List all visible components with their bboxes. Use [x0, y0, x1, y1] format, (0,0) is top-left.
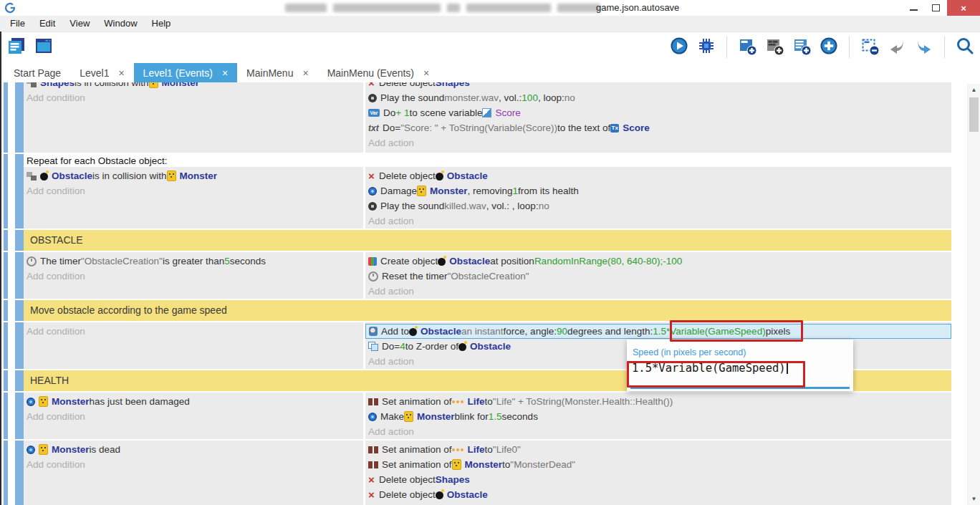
search-button[interactable] [954, 37, 976, 58]
action-line[interactable]: Set animation of Life to "Life0" [365, 442, 951, 457]
sentence-text: Life [468, 396, 485, 407]
sentence-text: Obstacle [447, 170, 488, 181]
action-line[interactable]: Make Monster blink for 1.5 seconds [365, 409, 951, 424]
sentence-text: Make [380, 411, 404, 422]
event-row: The timer "ObstacleCreation" is greater … [0, 252, 968, 299]
banner-obstacle[interactable]: OBSTACLE [24, 230, 951, 251]
repeat-event-header[interactable]: Repeat for each Obstacle object: [24, 154, 951, 167]
sentence-text: no [565, 92, 575, 103]
condition-line[interactable]: Monster is dead [24, 442, 363, 457]
timer-icon [27, 256, 37, 266]
sentence-text: Obstacle [52, 170, 92, 181]
action-line[interactable]: Set animation of Life to "Life" + ToStri… [365, 394, 951, 409]
add-condition-button[interactable]: Add condition [24, 90, 363, 105]
action-line[interactable]: Set animation of Monster to "MonsterDead… [365, 457, 951, 472]
tab-start-page[interactable]: Start Page [4, 63, 70, 82]
action-line[interactable]: Reset the timer "ObstacleCreation" [365, 269, 951, 284]
close-button[interactable]: × [947, 0, 980, 16]
sentence-text: 1.5 [489, 411, 502, 422]
minimize-icon [910, 9, 918, 11]
scroll-up-arrow[interactable]: ▲ [968, 84, 980, 96]
menu-item-edit[interactable]: Edit [32, 16, 62, 32]
redo-button[interactable] [913, 37, 935, 58]
selected-action-line[interactable]: Add to Obstacle an instant force, angle:… [365, 324, 951, 339]
add-condition-button[interactable]: Add condition [24, 183, 363, 198]
life-icon [452, 448, 464, 452]
action-line[interactable]: Delete object Shapes [365, 82, 951, 90]
action-line[interactable]: Delete object Obstacle [365, 168, 951, 183]
menu-item-view[interactable]: View [62, 16, 97, 32]
add-action-button[interactable]: Add action [365, 424, 951, 439]
play-button[interactable] [668, 37, 690, 58]
actions-column: Delete object ShapesPlay the sound monst… [365, 82, 951, 153]
action-line[interactable]: Play the sound monster.wav, vol.: 100, l… [365, 90, 951, 105]
tab-mainmenu[interactable]: MainMenu× [237, 63, 318, 82]
action-line[interactable]: Do = "Score: " + ToString(Variable(Score… [365, 120, 951, 135]
add-event-button[interactable] [736, 37, 758, 58]
condition-line[interactable]: Shapes is in collision with Monster [24, 82, 363, 90]
add-action-button[interactable]: Add action [365, 284, 951, 299]
add-condition-button[interactable]: Add condition [24, 269, 363, 284]
add-condition-button[interactable]: Add condition [24, 324, 363, 339]
sentence-text: Play the sound [380, 201, 444, 211]
conditions-column: Add condition [24, 322, 363, 369]
window-title: game.json.autosave [596, 2, 679, 13]
add-comment-button[interactable] [764, 37, 785, 58]
remove-event-button[interactable] [859, 37, 880, 58]
scrollbar-thumb[interactable] [969, 97, 979, 132]
menu-item-window[interactable]: Window [97, 16, 144, 32]
toolbar-divider [944, 37, 945, 58]
scene-editor-button[interactable] [33, 37, 54, 58]
sentence-text: killed.wav [444, 201, 486, 211]
add-action-button[interactable]: Add action [365, 135, 951, 150]
minimize-button[interactable] [903, 0, 925, 16]
event-indent-bar [4, 393, 8, 439]
sentence-text: degrees and length: [567, 326, 653, 337]
menu-item-help[interactable]: Help [145, 16, 178, 32]
sentence-text: has just been damaged [90, 396, 190, 407]
tab-level1-events[interactable]: Level1 (Events)× [134, 63, 237, 82]
vertical-scrollbar[interactable]: ▲ ▼ [967, 84, 980, 505]
add-subevent-button[interactable] [791, 37, 812, 58]
sentence-text: from its health [518, 186, 579, 196]
tab-close-icon[interactable]: × [302, 68, 308, 78]
event-indent-bar [4, 300, 8, 321]
debug-button[interactable] [696, 37, 717, 58]
action-line[interactable]: Do + 1 to scene variable Score [365, 105, 951, 120]
annotation-box-expression [670, 320, 803, 342]
action-line[interactable]: Create object Obstacle at position Rando… [365, 254, 951, 269]
event-indent-bar [15, 393, 24, 439]
restore-button[interactable] [925, 0, 947, 16]
tab-level1[interactable]: Level1× [70, 63, 133, 82]
condition-line[interactable]: Obstacle is in collision with Monster [24, 168, 363, 183]
scroll-down-arrow[interactable]: ▼ [968, 493, 980, 505]
collision-icon [27, 82, 37, 87]
event-indent-bar [4, 82, 8, 153]
tab-close-icon[interactable]: × [222, 68, 228, 78]
sentence-text: monster.wav [444, 92, 499, 103]
sentence-text: no [539, 201, 549, 211]
event-indent-bar [4, 230, 8, 251]
project-manager-button[interactable] [6, 37, 27, 58]
sentence-text: , removing [468, 186, 513, 196]
add-action-button[interactable]: Add action [365, 213, 951, 229]
condition-line[interactable]: The timer "ObstacleCreation" is greater … [24, 254, 363, 269]
monster-icon [417, 186, 426, 196]
menu-item-file[interactable]: File [3, 16, 32, 32]
add-condition-button[interactable]: Add condition [24, 409, 363, 424]
undo-button[interactable] [886, 37, 908, 58]
action-line[interactable]: Damage Monster, removing 1 from its heal… [365, 183, 951, 198]
condition-line[interactable]: Monster has just been damaged [24, 394, 363, 409]
action-line[interactable]: Delete object Obstacle [365, 487, 951, 502]
add-action-button[interactable]: Add action [365, 502, 951, 505]
tab-close-icon[interactable]: × [423, 68, 429, 78]
action-line[interactable]: Play the sound killed.wav, vol.: , loop:… [365, 198, 951, 213]
event-indent-bar [15, 322, 24, 369]
action-line[interactable]: Delete object Shapes [365, 472, 951, 487]
add-new-button[interactable] [818, 37, 840, 58]
add-condition-button[interactable]: Add condition [24, 457, 363, 472]
tab-mainmenu-events[interactable]: MainMenu (Events)× [318, 63, 439, 82]
tab-close-icon[interactable]: × [118, 68, 124, 78]
banner-move-obstacle-according-to-the[interactable]: Move obstacle according to the game spee… [24, 300, 951, 321]
tab-label: Start Page [14, 67, 61, 79]
